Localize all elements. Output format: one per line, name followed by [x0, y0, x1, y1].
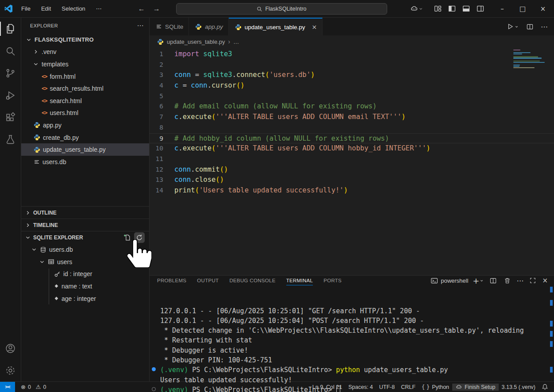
testing-icon [5, 134, 16, 145]
line-number: 7 [150, 112, 174, 123]
code-line-2[interactable]: 2 [150, 60, 554, 70]
split-terminal-icon[interactable] [488, 276, 498, 285]
close-panel-icon[interactable]: × [542, 277, 548, 284]
breadcrumb[interactable]: update_users_table.py › … [150, 35, 554, 48]
command-decoration-outline[interactable] [152, 387, 156, 391]
problems-indicator[interactable]: ⊗ 0 ⚠ 0 [18, 384, 49, 390]
chevron-down-icon [26, 37, 32, 43]
explorer-item-users-db[interactable]: users.db [21, 156, 149, 168]
terminal-line-7: (.venv) PS C:\WebProjects\FlaskSQLiteInt… [160, 365, 548, 375]
explorer-item-search-results-html[interactable]: <>search_results.html [21, 82, 149, 95]
panel-tab-terminal[interactable]: TERMINAL [286, 276, 313, 285]
panel-tab-ports[interactable]: PORTS [323, 276, 342, 285]
sqlite-item-name-text[interactable]: name : text [21, 280, 149, 292]
code-line-11[interactable]: 11 [150, 154, 554, 165]
activity-bar-extensions[interactable] [0, 106, 21, 128]
kill-terminal-icon[interactable] [502, 276, 512, 285]
activity-bar-explorer[interactable] [0, 18, 21, 40]
outline-section[interactable]: OUTLINE [21, 206, 149, 219]
maximize-panel-icon[interactable] [528, 276, 538, 285]
code-line-12[interactable]: 12conn.commit() [150, 165, 554, 175]
explorer-item-form-html[interactable]: <>form.html [21, 70, 149, 83]
terminal-line-4: * Restarting with stat [160, 335, 548, 345]
terminal-shell-badge[interactable]: powershell [431, 277, 468, 284]
bottom-panel: PROBLEMSOUTPUTDEBUG CONSOLETERMINALPORTS… [150, 275, 554, 381]
activity-bar-settings[interactable] [0, 359, 21, 381]
command-center-search[interactable]: FlaskSQLiteIntro [176, 3, 387, 15]
minimize-button[interactable]: – [492, 0, 512, 18]
explorer-item-templates[interactable]: templates [21, 58, 149, 70]
code-line-8[interactable]: 8 [150, 123, 554, 133]
activity-bar-search[interactable] [0, 40, 21, 62]
python-icon [235, 24, 242, 31]
sqlite-item-label: age : integer [62, 295, 96, 302]
code-line-7[interactable]: 7c.execute('''ALTER TABLE users ADD COLU… [150, 112, 554, 123]
breadcrumb-file[interactable]: update_users_table.py [167, 38, 225, 45]
explorer-item-flasksqliteintro[interactable]: FLASKSQLITEINTRO [21, 34, 149, 46]
run-button[interactable] [507, 22, 519, 31]
tab-close-icon[interactable]: × [312, 23, 317, 31]
sqlite-item-id-integer[interactable]: id : integer [21, 268, 149, 281]
panel-tab-problems[interactable]: PROBLEMS [157, 276, 186, 285]
panel-more-actions-icon[interactable]: ⋯ [516, 277, 523, 285]
code-editor[interactable]: 1import sqlite323conn = sqlite3.connect(… [150, 48, 554, 275]
code-line-9[interactable]: 9# Add hobby_id column (allow NULL for e… [150, 133, 554, 144]
tab-sqlite[interactable]: SQLite [150, 18, 189, 35]
sqlite-item-label: name : text [62, 283, 92, 290]
database-file-icon [156, 23, 162, 30]
activity-bar-source-control[interactable] [0, 62, 21, 84]
command-decoration-filled[interactable] [152, 367, 156, 371]
code-line-14[interactable]: 14print('Users table updated successfull… [150, 185, 554, 196]
menu-selection[interactable]: Selection [57, 4, 89, 14]
explorer-icon [5, 23, 16, 35]
panel-tab-debug-console[interactable]: DEBUG CONSOLE [229, 276, 275, 285]
maximize-button[interactable]: □ [512, 0, 533, 18]
explorer-item-search-html[interactable]: <>search.html [21, 95, 149, 107]
menu-file[interactable]: File [17, 4, 35, 14]
explorer-item-create-db-py[interactable]: create_db.py [21, 131, 149, 144]
panel-tab-output[interactable]: OUTPUT [197, 276, 219, 285]
code-line-10[interactable]: 10c.execute('''ALTER TABLE users ADD COL… [150, 143, 554, 154]
activity-bar-run-debug[interactable] [0, 84, 21, 106]
copilot-button[interactable] [410, 4, 423, 13]
explorer-item-label: templates [42, 61, 69, 68]
code-line-6[interactable]: 6# Add email column (allow NULL for exis… [150, 101, 554, 112]
scrollbar-command-mark [550, 321, 553, 327]
code-line-3[interactable]: 3conn = sqlite3.connect('users.db') [150, 70, 554, 81]
code-line-5[interactable]: 5 [150, 91, 554, 102]
activity-bar-account[interactable] [0, 337, 21, 359]
toggle-panel-icon[interactable] [459, 2, 473, 15]
activity-bar-testing[interactable] [0, 128, 21, 150]
sqlite-item-age-integer[interactable]: age : integer [21, 292, 149, 305]
code-text: c.execute('''ALTER TABLE users ADD COLUM… [174, 143, 431, 154]
explorer-item-users-html[interactable]: <>users.html [21, 107, 149, 119]
close-button[interactable]: × [533, 0, 553, 18]
new-terminal-button[interactable]: + [473, 276, 484, 285]
split-editor-icon[interactable] [525, 22, 535, 31]
menu-[interactable]: ⋯ [92, 4, 106, 14]
nav-back-button[interactable]: ← [135, 5, 148, 13]
powershell-icon [431, 277, 438, 284]
toggle-primary-sidebar-icon[interactable] [445, 2, 458, 15]
explorer-item-venv[interactable]: .venv [21, 46, 149, 58]
explorer-item-update-users-table-py[interactable]: update_users_table.py [21, 143, 149, 156]
code-line-1[interactable]: 1import sqlite3 [150, 49, 554, 60]
tab-update-users-table-py[interactable]: update_users_table.py× [229, 18, 323, 35]
timeline-section[interactable]: TIMELINE [21, 219, 149, 231]
remote-indicator[interactable]: >< [0, 382, 15, 392]
terminal-line-8: Users table updated successfully! [160, 375, 548, 385]
terminal-output[interactable]: 127.0.0.1 - - [06/Aug/2025 10:25:01] "GE… [150, 285, 554, 392]
code-line-13[interactable]: 13conn.close() [150, 175, 554, 185]
customize-layout-icon[interactable] [431, 2, 444, 15]
explorer-more-actions-icon[interactable]: ⋯ [137, 22, 144, 30]
code-line-4[interactable]: 4c = conn.cursor() [150, 81, 554, 91]
explorer-item-app-py[interactable]: app.py [21, 119, 149, 131]
minimap[interactable] [513, 50, 548, 69]
nav-forward-button[interactable]: → [150, 5, 163, 13]
breadcrumb-more[interactable]: … [233, 38, 239, 45]
menu-edit[interactable]: Edit [37, 4, 55, 14]
tab-app-py[interactable]: app.py [189, 18, 229, 35]
editor-more-actions-icon[interactable]: ⋯ [541, 23, 548, 31]
terminal-scrollbar[interactable] [550, 285, 553, 392]
toggle-secondary-sidebar-icon[interactable] [473, 2, 487, 15]
